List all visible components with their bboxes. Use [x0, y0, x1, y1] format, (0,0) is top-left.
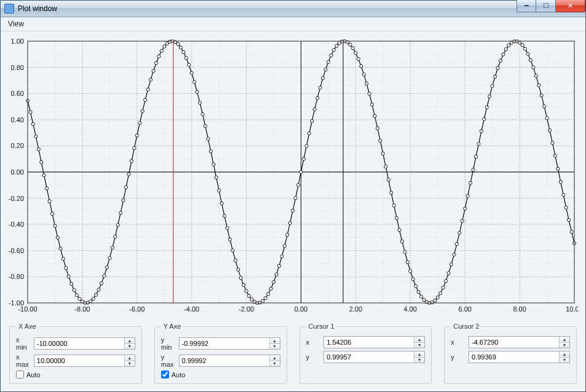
svg-text:1.00: 1.00	[11, 37, 24, 45]
svg-point-182	[398, 229, 401, 232]
svg-point-145	[296, 184, 299, 187]
ymax-input[interactable]	[180, 355, 269, 366]
svg-point-64	[75, 294, 78, 297]
c1-x-spinner[interactable]: ▲▼	[323, 336, 425, 348]
window-title: Plot window	[18, 4, 57, 13]
svg-point-65	[78, 297, 81, 300]
svg-point-232	[534, 74, 537, 77]
c1-x-step-up[interactable]: ▲	[414, 337, 424, 342]
svg-point-164	[349, 43, 352, 46]
svg-point-213	[483, 117, 486, 120]
svg-point-167	[357, 58, 360, 61]
c2-y-step-up[interactable]: ▲	[560, 351, 569, 357]
ymax-step-up[interactable]: ▲	[270, 355, 280, 361]
xmax-step-down[interactable]: ▼	[125, 361, 135, 367]
svg-text:0.00: 0.00	[295, 305, 307, 313]
xmax-input[interactable]	[34, 355, 124, 366]
svg-point-203	[455, 243, 458, 246]
close-button[interactable]: ✕	[556, 0, 585, 12]
svg-point-214	[485, 106, 488, 109]
c2-x-input[interactable]	[469, 337, 559, 348]
c1-y-input[interactable]	[324, 351, 414, 363]
ymin-input[interactable]	[180, 338, 269, 349]
xaxe-auto[interactable]: Auto	[16, 370, 135, 378]
c2-x-step-down[interactable]: ▼	[560, 342, 569, 348]
svg-point-127	[247, 294, 250, 297]
svg-point-168	[360, 65, 363, 68]
svg-point-179	[390, 191, 393, 194]
svg-point-76	[108, 256, 111, 259]
client-area: -10.00-8.00-6.00-4.00-2.000.002.004.006.…	[1, 31, 585, 391]
panel-x-axe-legend: X Axe	[16, 323, 39, 330]
xmin-step-up[interactable]: ▲	[125, 338, 135, 343]
app-icon	[4, 4, 14, 14]
minimize-button[interactable]: ━	[517, 0, 536, 12]
svg-point-93	[154, 61, 157, 65]
svg-point-85	[133, 147, 136, 150]
svg-text:8.00: 8.00	[513, 305, 526, 313]
svg-point-175	[379, 139, 382, 142]
svg-text:-0.40: -0.40	[9, 221, 24, 228]
c1-y-step-up[interactable]: ▲	[414, 351, 424, 357]
yaxe-auto[interactable]: Auto	[161, 370, 280, 378]
svg-point-83	[127, 173, 130, 176]
svg-point-128	[250, 298, 253, 301]
ymin-spinner[interactable]: ▲▼	[179, 337, 280, 350]
c2-y-step-down[interactable]: ▼	[560, 357, 569, 363]
xmax-label: x max	[16, 353, 29, 368]
svg-point-171	[368, 92, 371, 95]
svg-point-148	[305, 144, 308, 147]
svg-point-207	[466, 194, 469, 197]
ymin-label: y min	[161, 336, 174, 351]
svg-point-95	[160, 49, 163, 52]
c2-x-spinner[interactable]: ▲▼	[469, 336, 570, 348]
panel-cursor-2-legend: Cursor 2	[451, 323, 481, 330]
menu-view[interactable]: View	[3, 18, 29, 29]
xmin-input[interactable]	[34, 338, 124, 349]
svg-point-79	[116, 224, 119, 227]
c2-x-step-up[interactable]: ▲	[560, 337, 569, 342]
svg-point-136	[272, 281, 275, 284]
titlebar[interactable]: Plot window ━ ☐ ✕	[1, 1, 585, 17]
svg-point-183	[400, 240, 403, 243]
ymin-step-down[interactable]: ▼	[270, 343, 280, 350]
c1-y-spinner[interactable]: ▲▼	[323, 351, 425, 363]
ymax-step-down[interactable]: ▼	[270, 361, 280, 367]
svg-point-88	[141, 109, 144, 112]
svg-point-118	[223, 214, 226, 218]
c1-y-label: y	[306, 353, 319, 361]
svg-point-185	[406, 261, 409, 264]
svg-text:0.00: 0.00	[11, 168, 24, 176]
svg-point-159	[335, 44, 338, 47]
svg-point-60	[65, 267, 68, 270]
ymax-spinner[interactable]: ▲▼	[179, 355, 280, 367]
plot-area[interactable]: -10.00-8.00-6.00-4.00-2.000.002.004.006.…	[8, 37, 578, 315]
c2-y-spinner[interactable]: ▲▼	[469, 351, 570, 363]
svg-point-124	[239, 276, 242, 280]
maximize-button[interactable]: ☐	[536, 0, 556, 12]
xaxe-auto-checkbox[interactable]	[16, 370, 24, 378]
c1-x-input[interactable]	[324, 337, 414, 348]
svg-point-143	[291, 209, 295, 212]
c2-y-input[interactable]	[469, 351, 559, 363]
svg-point-244	[568, 218, 571, 221]
svg-point-91	[149, 78, 152, 81]
plot-canvas[interactable]: -10.00-8.00-6.00-4.00-2.000.002.004.006.…	[8, 37, 578, 315]
xmin-step-down[interactable]: ▼	[125, 343, 135, 350]
xmax-spinner[interactable]: ▲▼	[34, 355, 135, 367]
yaxe-auto-checkbox[interactable]	[161, 370, 169, 378]
svg-point-106	[190, 71, 193, 74]
c1-x-step-down[interactable]: ▼	[414, 342, 424, 348]
svg-point-120	[228, 238, 231, 241]
svg-text:2.00: 2.00	[349, 305, 362, 313]
svg-point-125	[242, 283, 245, 286]
svg-point-121	[231, 249, 234, 252]
svg-point-48	[31, 122, 34, 125]
c1-y-step-down[interactable]: ▼	[414, 357, 424, 363]
svg-point-228	[523, 47, 526, 50]
xmin-spinner[interactable]: ▲▼	[34, 337, 135, 350]
xmax-step-up[interactable]: ▲	[125, 355, 135, 361]
svg-text:10.00: 10.00	[566, 305, 578, 313]
svg-point-114	[212, 163, 215, 166]
ymin-step-up[interactable]: ▲	[270, 338, 280, 343]
